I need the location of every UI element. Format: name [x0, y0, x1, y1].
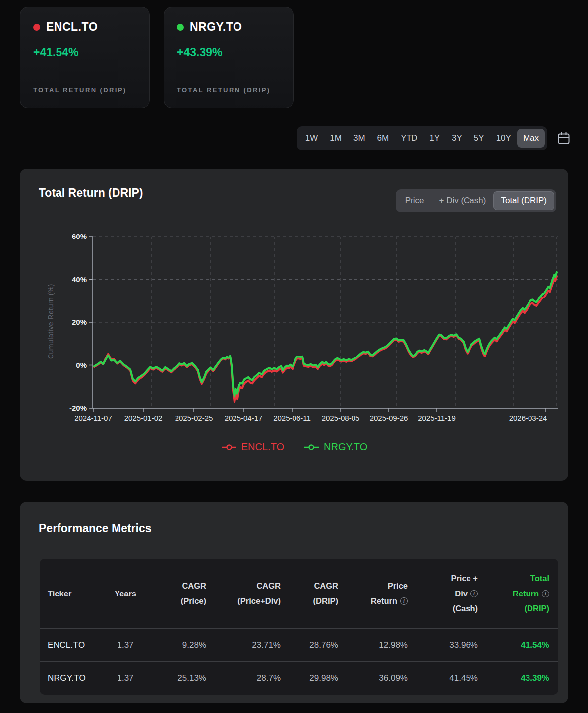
- summary-change: +43.39%: [177, 46, 280, 59]
- metric-cell: 36.09%: [347, 661, 416, 695]
- chart-panel: Total Return (DRIP) Price+ Div (Cash)Tot…: [20, 169, 568, 481]
- divider: [33, 75, 136, 75]
- metric-cell: 12.98%: [347, 628, 416, 661]
- summary-ticker: ENCL.TO: [46, 20, 98, 34]
- metrics-table-wrap: TickerYearsCAGR(Price)CAGR(Price+Div)CAG…: [40, 559, 558, 695]
- column-header-years: Years: [105, 559, 155, 628]
- table-row-nrgy-to: NRGY.TO1.3725.13%28.7%29.98%36.09%41.45%…: [40, 661, 558, 695]
- ticker-cell: NRGY.TO: [40, 661, 105, 695]
- chart-legend: ENCL.TONRGY.TO: [20, 441, 568, 453]
- legend-label: ENCL.TO: [241, 441, 284, 453]
- summary-ticker: NRGY.TO: [190, 20, 242, 34]
- column-header-price-+-div-cash: Price +Divi(Cash): [416, 559, 487, 628]
- legend-item-encl-to[interactable]: ENCL.TO: [221, 441, 284, 453]
- app-page: ENCL.TO +41.54% TOTAL RETURN (DRIP) NRGY…: [0, 0, 588, 713]
- summary-card-encl: ENCL.TO +41.54% TOTAL RETURN (DRIP): [20, 7, 150, 108]
- column-header-cagr-price+div: CAGR(Price+Div): [215, 559, 290, 628]
- y-tick-label: 20%: [72, 318, 87, 326]
- toggle-div-cash[interactable]: + Div (Cash): [431, 191, 493, 210]
- series-line-encl-to: [94, 276, 557, 402]
- y-tick-label: -20%: [69, 404, 87, 412]
- column-header-price-return: PriceReturni: [347, 559, 416, 628]
- toggle-price[interactable]: Price: [398, 191, 432, 210]
- column-header-cagr-price: CAGR(Price): [155, 559, 215, 628]
- return-mode-toggle: Price+ Div (Cash)Total (DRIP): [396, 189, 556, 212]
- range-button-10y[interactable]: 10Y: [490, 129, 517, 148]
- metric-cell: 41.45%: [416, 661, 487, 695]
- metric-cell: 25.13%: [155, 661, 215, 695]
- range-selector-row: 1W1M3M6MYTD1Y3Y5Y10YMax: [297, 126, 573, 150]
- series-dot-green-icon: [177, 24, 184, 31]
- metric-cell: 9.28%: [155, 628, 215, 661]
- column-header-ticker: Ticker: [40, 559, 105, 628]
- x-tick-label: 2025-04-17: [225, 414, 263, 422]
- metric-cell: 33.96%: [416, 628, 487, 661]
- metric-cell: 1.37: [105, 661, 155, 695]
- info-icon[interactable]: i: [470, 590, 478, 597]
- divider: [177, 75, 280, 75]
- range-button-max[interactable]: Max: [517, 129, 545, 148]
- range-button-3y[interactable]: 3Y: [446, 129, 468, 148]
- range-selector: 1W1M3M6MYTD1Y3Y5Y10YMax: [297, 126, 547, 150]
- y-axis-label: Cumulative Return (%): [47, 267, 55, 376]
- range-button-1y[interactable]: 1Y: [423, 129, 446, 148]
- x-tick-label: 2025-08-05: [322, 414, 360, 422]
- range-button-1m[interactable]: 1M: [324, 129, 348, 148]
- metric-cell: 41.54%: [487, 628, 558, 661]
- column-header-cagr-drip: CAGR(DRIP): [290, 559, 347, 628]
- metric-cell: 23.71%: [215, 628, 290, 661]
- y-tick-label: 0%: [76, 361, 87, 369]
- y-tick-label: 40%: [72, 275, 87, 284]
- series-line-nrgy-to: [94, 272, 557, 397]
- metrics-header-row: TickerYearsCAGR(Price)CAGR(Price+Div)CAG…: [40, 559, 558, 628]
- metric-cell: 29.98%: [290, 661, 347, 695]
- total-return-chart[interactable]: 60%40%20%0%-20%2024-11-072025-01-022025-…: [62, 232, 560, 430]
- metric-cell: 43.39%: [487, 661, 558, 695]
- summary-card-nrgy: NRGY.TO +43.39% TOTAL RETURN (DRIP): [164, 7, 294, 108]
- calendar-button[interactable]: [554, 129, 573, 148]
- legend-marker-icon: [221, 444, 237, 451]
- x-tick-label: 2025-06-11: [273, 414, 311, 422]
- summary-cards-row: ENCL.TO +41.54% TOTAL RETURN (DRIP) NRGY…: [20, 7, 294, 108]
- legend-item-nrgy-to[interactable]: NRGY.TO: [303, 441, 367, 453]
- toggle-total-drip[interactable]: Total (DRIP): [493, 191, 554, 210]
- summary-label: TOTAL RETURN (DRIP): [177, 86, 280, 94]
- metrics-table: TickerYearsCAGR(Price)CAGR(Price+Div)CAG…: [40, 559, 558, 695]
- series-dot-red-icon: [33, 24, 40, 31]
- metrics-panel: Performance Metrics TickerYearsCAGR(Pric…: [20, 502, 568, 703]
- summary-label: TOTAL RETURN (DRIP): [33, 86, 136, 94]
- summary-change: +41.54%: [33, 46, 136, 59]
- table-row-encl-to: ENCL.TO1.379.28%23.71%28.76%12.98%33.96%…: [40, 628, 558, 661]
- x-tick-label: 2025-02-25: [175, 414, 213, 422]
- range-button-5y[interactable]: 5Y: [468, 129, 490, 148]
- x-tick-label: 2025-11-19: [418, 414, 456, 422]
- x-tick-label: 2026-03-24: [509, 414, 547, 422]
- x-tick-label: 2025-01-02: [124, 414, 163, 422]
- metric-cell: 1.37: [105, 628, 155, 661]
- range-button-3m[interactable]: 3M: [348, 129, 371, 148]
- chart-title: Total Return (DRIP): [39, 186, 143, 200]
- y-tick-label: 60%: [72, 232, 87, 240]
- x-tick-label: 2024-11-07: [74, 414, 112, 422]
- metric-cell: 28.7%: [215, 661, 290, 695]
- metrics-body: ENCL.TO1.379.28%23.71%28.76%12.98%33.96%…: [40, 628, 558, 695]
- legend-marker-icon: [303, 444, 320, 451]
- metric-cell: 28.76%: [290, 628, 347, 661]
- column-header-total-return-drip: TotalReturni(DRIP): [487, 559, 558, 628]
- range-button-ytd[interactable]: YTD: [395, 129, 423, 148]
- info-icon[interactable]: i: [400, 597, 408, 605]
- range-button-1w[interactable]: 1W: [299, 129, 324, 148]
- legend-label: NRGY.TO: [324, 441, 367, 453]
- info-icon[interactable]: i: [542, 590, 549, 597]
- x-tick-label: 2025-09-26: [370, 414, 408, 422]
- range-button-6m[interactable]: 6M: [371, 129, 395, 148]
- calendar-icon: [556, 131, 571, 146]
- metrics-title: Performance Metrics: [39, 522, 152, 535]
- ticker-cell: ENCL.TO: [40, 628, 105, 661]
